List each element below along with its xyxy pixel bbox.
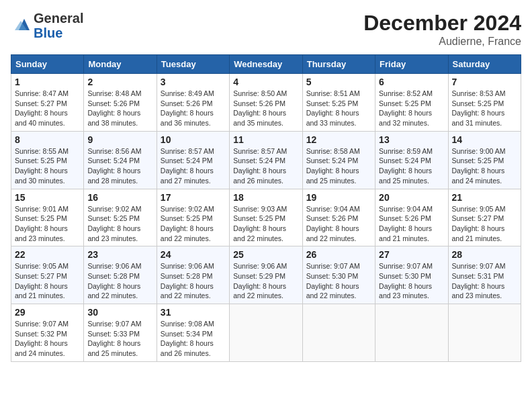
column-header-friday: Friday (375, 55, 448, 74)
column-header-saturday: Saturday (448, 55, 521, 74)
column-header-thursday: Thursday (302, 55, 375, 74)
calendar-cell-23: 23Sunrise: 9:06 AMSunset: 5:28 PMDayligh… (84, 246, 157, 304)
logo: General Blue (11, 11, 83, 40)
calendar-cell-11: 11Sunrise: 8:57 AMSunset: 5:24 PMDayligh… (230, 131, 302, 189)
calendar-week-4: 29Sunrise: 9:07 AMSunset: 5:32 PMDayligh… (11, 304, 521, 362)
calendar-cell-20: 20Sunrise: 9:04 AMSunset: 5:26 PMDayligh… (375, 189, 448, 246)
month-title: December 2024 (363, 11, 521, 36)
calendar-table: SundayMondayTuesdayWednesdayThursdayFrid… (11, 54, 521, 362)
calendar-cell-30: 30Sunrise: 9:07 AMSunset: 5:33 PMDayligh… (84, 304, 157, 362)
calendar-cell-17: 17Sunrise: 9:02 AMSunset: 5:25 PMDayligh… (157, 189, 229, 246)
calendar-cell-empty (230, 304, 302, 362)
calendar-cell-5: 5Sunrise: 8:51 AMSunset: 5:25 PMDaylight… (302, 74, 375, 132)
calendar-cell-9: 9Sunrise: 8:56 AMSunset: 5:24 PMDaylight… (84, 131, 157, 189)
calendar-cell-21: 21Sunrise: 9:05 AMSunset: 5:27 PMDayligh… (448, 189, 521, 246)
column-header-wednesday: Wednesday (230, 55, 302, 74)
calendar-cell-25: 25Sunrise: 9:06 AMSunset: 5:29 PMDayligh… (230, 246, 302, 304)
calendar-cell-26: 26Sunrise: 9:07 AMSunset: 5:30 PMDayligh… (302, 246, 375, 304)
calendar-cell-31: 31Sunrise: 9:08 AMSunset: 5:34 PMDayligh… (157, 304, 229, 362)
column-header-tuesday: Tuesday (157, 55, 229, 74)
calendar-cell-29: 29Sunrise: 9:07 AMSunset: 5:32 PMDayligh… (11, 304, 84, 362)
calendar-cell-empty (302, 304, 375, 362)
title-area: December 2024 Audierne, France (363, 11, 521, 48)
location-title: Audierne, France (363, 36, 521, 48)
calendar-cell-27: 27Sunrise: 9:07 AMSunset: 5:30 PMDayligh… (375, 246, 448, 304)
calendar-week-3: 22Sunrise: 9:05 AMSunset: 5:27 PMDayligh… (11, 246, 521, 304)
calendar-cell-13: 13Sunrise: 8:59 AMSunset: 5:24 PMDayligh… (375, 131, 448, 189)
calendar-cell-14: 14Sunrise: 9:00 AMSunset: 5:25 PMDayligh… (448, 131, 521, 189)
calendar-cell-2: 2Sunrise: 8:48 AMSunset: 5:26 PMDaylight… (84, 74, 157, 132)
header: General Blue December 2024 Audierne, Fra… (11, 11, 521, 48)
calendar-cell-19: 19Sunrise: 9:04 AMSunset: 5:26 PMDayligh… (302, 189, 375, 246)
calendar-cell-8: 8Sunrise: 8:55 AMSunset: 5:25 PMDaylight… (11, 131, 84, 189)
calendar-cell-15: 15Sunrise: 9:01 AMSunset: 5:25 PMDayligh… (11, 189, 84, 246)
calendar-cell-7: 7Sunrise: 8:53 AMSunset: 5:25 PMDaylight… (448, 74, 521, 132)
column-header-monday: Monday (84, 55, 157, 74)
calendar-cell-4: 4Sunrise: 8:50 AMSunset: 5:26 PMDaylight… (230, 74, 302, 132)
calendar-cell-6: 6Sunrise: 8:52 AMSunset: 5:25 PMDaylight… (375, 74, 448, 132)
logo-blue-text: Blue (34, 26, 62, 40)
header-row: SundayMondayTuesdayWednesdayThursdayFrid… (11, 55, 521, 74)
column-header-sunday: Sunday (11, 55, 84, 74)
logo-icon (11, 15, 31, 36)
calendar-cell-empty (448, 304, 521, 362)
calendar-cell-16: 16Sunrise: 9:02 AMSunset: 5:25 PMDayligh… (84, 189, 157, 246)
calendar-cell-10: 10Sunrise: 8:57 AMSunset: 5:24 PMDayligh… (157, 131, 229, 189)
calendar-cell-12: 12Sunrise: 8:58 AMSunset: 5:24 PMDayligh… (302, 131, 375, 189)
calendar-week-1: 8Sunrise: 8:55 AMSunset: 5:25 PMDaylight… (11, 131, 521, 189)
calendar-week-0: 1Sunrise: 8:47 AMSunset: 5:27 PMDaylight… (11, 74, 521, 132)
logo-general-text: General (34, 11, 83, 26)
calendar-cell-24: 24Sunrise: 9:06 AMSunset: 5:28 PMDayligh… (157, 246, 229, 304)
calendar-week-2: 15Sunrise: 9:01 AMSunset: 5:25 PMDayligh… (11, 189, 521, 246)
calendar-cell-28: 28Sunrise: 9:07 AMSunset: 5:31 PMDayligh… (448, 246, 521, 304)
calendar-cell-3: 3Sunrise: 8:49 AMSunset: 5:26 PMDaylight… (157, 74, 229, 132)
calendar-cell-22: 22Sunrise: 9:05 AMSunset: 5:27 PMDayligh… (11, 246, 84, 304)
calendar-cell-empty (375, 304, 448, 362)
calendar-cell-1: 1Sunrise: 8:47 AMSunset: 5:27 PMDaylight… (11, 74, 84, 132)
calendar-cell-18: 18Sunrise: 9:03 AMSunset: 5:25 PMDayligh… (230, 189, 302, 246)
